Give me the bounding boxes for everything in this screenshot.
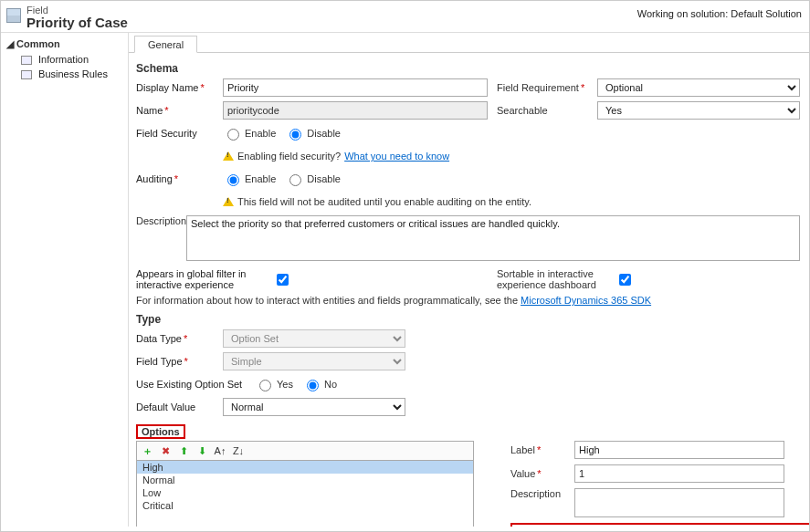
delete-option-button[interactable]: ✖ [159,444,172,457]
display-name-input[interactable] [223,78,488,97]
searchable-select[interactable]: Yes [597,101,800,120]
sidebar: ◢ Common Information Business Rules [1,33,129,527]
schema-heading: Schema [136,62,800,75]
sdk-link[interactable]: Microsoft Dynamics 365 SDK [521,295,651,306]
field-security-enable[interactable]: Enable [223,126,276,141]
sortable-dashboard-checkbox[interactable] [619,274,631,286]
warning-icon [223,151,234,161]
auditing-label: Auditing [136,173,223,184]
caret-icon: ◢ [6,38,14,50]
data-type-select: Option Set [223,329,405,348]
auditing-disable-radio[interactable] [289,174,301,186]
data-type-label: Data Type [136,333,223,344]
field-type-select: Simple [223,352,405,370]
page-title: Priority of Case [26,15,128,30]
use-existing-label: Use Existing Option Set [136,379,255,390]
rules-icon [21,70,32,79]
field-requirement-select[interactable]: Optional [597,78,800,97]
option-item[interactable]: Low [137,486,473,499]
appears-global-filter-label: Appears in global filter in interactive … [136,268,273,290]
sidebar-group-common[interactable]: ◢ Common [1,37,128,52]
use-existing-no[interactable]: No [302,377,337,391]
tab-general[interactable]: General [134,36,197,53]
option-value-label: Value [510,468,574,479]
move-up-button[interactable]: ⬆ [177,444,190,457]
option-label-label: Label [510,444,574,455]
sidebar-item-information[interactable]: Information [1,52,128,67]
warning-icon [223,197,234,206]
type-heading: Type [136,313,800,326]
option-label-input[interactable] [574,441,784,459]
options-listbox[interactable]: High Normal Low Critical [136,460,474,527]
sort-desc-button[interactable]: Z↓ [232,444,245,457]
sidebar-item-label: Information [38,54,89,65]
tab-row: General [129,35,809,53]
searchable-label: Searchable [497,105,597,116]
default-value-label: Default Value [136,402,223,412]
field-security-disable-radio[interactable] [289,129,301,141]
description-label: Description [136,215,186,226]
option-color-row: Color [510,523,809,527]
sidebar-group-label: Common [16,38,60,49]
entity-icon [6,8,21,23]
field-type-label: Field Type [136,356,223,367]
field-security-disable[interactable]: Disable [285,126,341,141]
display-name-label: Display Name [136,82,223,93]
sidebar-item-business-rules[interactable]: Business Rules [1,67,128,81]
option-description-textarea[interactable] [574,488,784,517]
option-item[interactable]: Critical [137,499,473,512]
add-option-button[interactable]: ＋ [141,444,153,457]
use-existing-yes-radio[interactable] [259,380,271,391]
options-heading: Options [136,424,185,439]
sidebar-item-label: Business Rules [38,68,108,79]
header-text: Field Priority of Case [26,5,128,30]
field-security-enable-radio[interactable] [227,129,239,141]
auditing-enable[interactable]: Enable [223,172,276,186]
form-icon [21,56,32,65]
option-item[interactable]: Normal [137,474,473,486]
field-requirement-label: Field Requirement [497,82,597,93]
auditing-disable[interactable]: Disable [285,172,341,186]
sort-asc-button[interactable]: A↑ [214,444,226,457]
appears-global-filter-checkbox[interactable] [277,274,289,286]
sortable-dashboard-label: Sortable in interactive experience dashb… [497,268,615,290]
name-input [223,101,488,120]
field-security-link[interactable]: What you need to know [344,151,449,162]
option-description-label: Description [510,488,574,499]
options-toolbar: ＋ ✖ ⬆ ⬇ A↑ Z↓ [136,441,474,460]
description-textarea[interactable] [186,215,800,261]
name-label: Name [136,105,223,116]
field-security-warning: Enabling field security? [237,151,341,162]
option-item[interactable]: High [137,461,473,474]
auditing-warning: This field will not be audited until you… [237,196,531,207]
field-security-label: Field Security [136,128,223,139]
default-value-select[interactable]: Normal [223,398,405,416]
option-value-input[interactable] [574,464,784,483]
solution-context: Working on solution: Default Solution [637,5,802,19]
auditing-enable-radio[interactable] [227,174,239,186]
move-down-button[interactable]: ⬇ [195,444,208,457]
use-existing-yes[interactable]: Yes [255,377,293,391]
header-bar: Field Priority of Case Working on soluti… [1,1,809,33]
sdk-info-line: For information about how to interact wi… [136,295,800,306]
use-existing-no-radio[interactable] [307,380,319,391]
